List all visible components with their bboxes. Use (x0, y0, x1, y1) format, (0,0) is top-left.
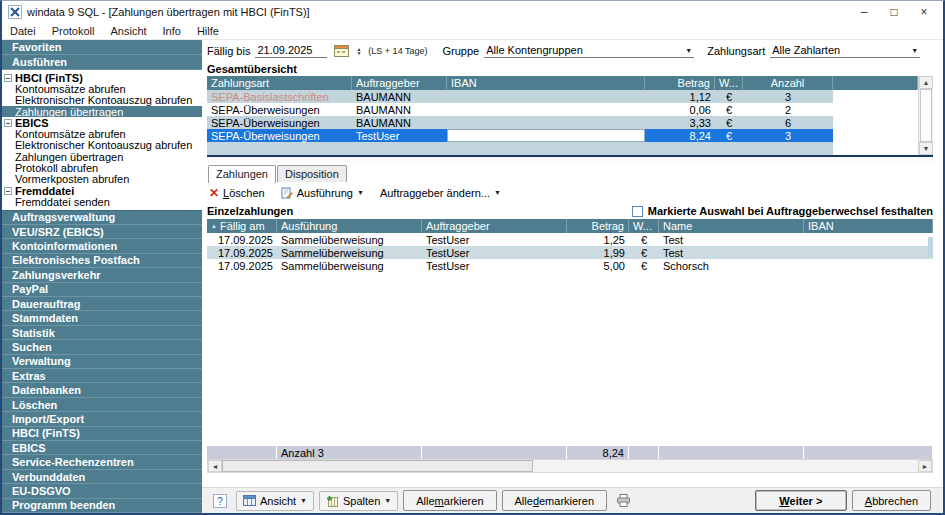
scroll-down-icon[interactable]: ▼ (919, 142, 933, 155)
execution-dropdown-button[interactable]: Ausführung ▼ (281, 187, 364, 199)
sidebar-item-dauerauftrag[interactable]: Dauerauftrag (2, 297, 202, 311)
sidebar-item-datenbanken[interactable]: Datenbanken (2, 383, 202, 397)
table-row[interactable]: SEPA-Basislastschriften BAUMANN 1,12 € 3 (207, 90, 918, 103)
col-betrag[interactable]: Betrag (645, 76, 715, 90)
spalten-dropdown-button[interactable]: Spalten ▼ (319, 491, 398, 511)
window-title: windata 9 SQL - [Zahlungen übertragen mi… (27, 6, 849, 18)
menu-datei[interactable]: Datei (10, 25, 36, 37)
tree-group-hbci-fints[interactable]: HBCI (FinTS) (2, 72, 202, 83)
col-currency[interactable]: W... (629, 219, 659, 233)
col-ausfuehrung[interactable]: Ausführung (277, 219, 422, 233)
menu-info[interactable]: Info (163, 25, 181, 37)
col-faellig-am[interactable]: ▲Fällig am (207, 219, 277, 233)
menu-hilfe[interactable]: Hilfe (197, 25, 219, 37)
date-spinner[interactable]: ▲▼ (356, 47, 361, 55)
collapse-icon[interactable] (4, 187, 12, 195)
sidebar-item-favoriten[interactable]: Favoriten (2, 40, 202, 55)
sidebar-item-elektronisches-postfach[interactable]: Elektronisches Postfach (2, 254, 202, 268)
keep-selection-checkbox[interactable] (632, 206, 643, 217)
minimize-button[interactable]: – (849, 2, 879, 22)
col-auftraggeber[interactable]: Auftraggeber (422, 219, 567, 233)
tree-item-elektronischer-kontoauszug-abrufen-ebics[interactable]: Elektronischer Kontoauszug abrufen (2, 140, 202, 151)
tree-item-kontoumsaetze-abrufen[interactable]: Kontoumsätze abrufen (2, 83, 202, 94)
menu-ansicht[interactable]: Ansicht (110, 25, 146, 37)
collapse-icon[interactable] (4, 119, 12, 127)
scrollbar-thumb[interactable] (920, 89, 932, 142)
sidebar-item-suchen[interactable]: Suchen (2, 340, 202, 354)
sidebar-item-ausfuehren[interactable]: Ausführen (2, 55, 202, 70)
collapse-icon[interactable] (4, 74, 12, 82)
sidebar-item-statistik[interactable]: Statistik (2, 326, 202, 340)
col-auftraggeber[interactable]: Auftraggeber (352, 76, 447, 90)
ansicht-dropdown-button[interactable]: Ansicht ▼ (236, 491, 314, 511)
table-row[interactable]: 17.09.2025 Sammelüberweisung TestUser 1,… (207, 233, 933, 246)
tree-item-zahlungen-uebertragen-selected[interactable]: Zahlungen übertragen (2, 106, 202, 117)
tree-group-ebics[interactable]: EBICS (2, 117, 202, 128)
sidebar-item-loeschen[interactable]: Löschen (2, 398, 202, 412)
scroll-right-icon[interactable]: ► (918, 460, 932, 472)
sidebar-item-stammdaten[interactable]: Stammdaten (2, 311, 202, 325)
select-all-button[interactable]: Alle markieren (403, 490, 496, 511)
maximize-button[interactable]: □ (879, 2, 909, 22)
sidebar-item-veu-srz-ebics[interactable]: VEU/SRZ (EBICS) (2, 225, 202, 239)
col-name[interactable]: Name (659, 219, 804, 233)
tree-item-elektronischer-kontoauszug-abrufen[interactable]: Elektronischer Kontoauszug abrufen (2, 95, 202, 106)
menu-protokoll[interactable]: Protokoll (52, 25, 95, 37)
table-row-highlighted[interactable]: 17.09.2025 Sammelüberweisung TestUser 1,… (207, 246, 933, 259)
cancel-button[interactable]: Abbrechen (852, 490, 931, 511)
col-iban[interactable]: IBAN (804, 219, 933, 233)
sidebar-item-ebics[interactable]: EBICS (2, 441, 202, 455)
overview-scrollbar[interactable]: ▲ ▼ (918, 76, 933, 155)
printer-icon (616, 494, 631, 507)
sidebar-item-extras[interactable]: Extras (2, 369, 202, 383)
tree-item-vormerkposten-abrufen[interactable]: Vormerkposten abrufen (2, 174, 202, 185)
sidebar-item-kontoinformationen[interactable]: Kontoinformationen (2, 239, 202, 253)
col-anzahl[interactable]: Anzahl (743, 76, 833, 90)
sidebar-item-verwaltung[interactable]: Verwaltung (2, 355, 202, 369)
cell-iban-edit[interactable] (447, 129, 645, 142)
col-zahlungsart[interactable]: Zahlungsart (207, 76, 352, 90)
payments-header-row: Einzelzahlungen Markierte Auswahl bei Au… (207, 203, 933, 219)
sidebar-item-programm-beenden[interactable]: Programm beenden (2, 499, 202, 513)
action-toolbar: ✕ Löschen Ausführung ▼ Auftraggeber ände… (207, 182, 933, 203)
col-currency[interactable]: W... (715, 76, 743, 90)
delete-button[interactable]: ✕ Löschen (209, 187, 265, 199)
col-iban[interactable]: IBAN (447, 76, 645, 90)
sidebar-item-auftragsverwaltung[interactable]: Auftragsverwaltung (2, 211, 202, 225)
horizontal-scrollbar[interactable]: ◄ ► (207, 459, 933, 473)
table-row[interactable]: SEPA-Überweisungen BAUMANN 3,33 € 6 (207, 116, 918, 129)
table-row[interactable]: 17.09.2025 Sammelüberweisung TestUser 5,… (207, 259, 933, 272)
tree-group-fremddatei[interactable]: Fremddatei (2, 185, 202, 196)
close-button[interactable]: × (909, 2, 939, 22)
tree-item-protokoll-abrufen[interactable]: Protokoll abrufen (2, 162, 202, 173)
table-row-selected[interactable]: SEPA-Überweisungen TestUser 8,24 € 3 (207, 129, 918, 142)
tree-item-fremddatei-senden[interactable]: Fremddatei senden (2, 196, 202, 207)
next-button[interactable]: Weiter > (755, 490, 847, 511)
deselect-all-button[interactable]: Alle demarkieren (502, 490, 608, 511)
help-button[interactable]: ? (209, 491, 231, 511)
scroll-up-icon[interactable]: ▲ (919, 76, 933, 89)
scroll-left-icon[interactable]: ◄ (208, 460, 222, 472)
sidebar-item-zahlungsverkehr[interactable]: Zahlungsverkehr (2, 268, 202, 282)
tab-zahlungen[interactable]: Zahlungen (208, 165, 276, 183)
tab-disposition[interactable]: Disposition (277, 165, 347, 182)
due-date-input[interactable]: 21.09.2025 (255, 44, 327, 58)
sidebar-item-service-rechenzentren[interactable]: Service-Rechenzentren (2, 455, 202, 469)
sidebar-item-paypal[interactable]: PayPal (2, 283, 202, 297)
sidebar-item-hbci-fints[interactable]: HBCI (FinTS) (2, 427, 202, 441)
group-dropdown[interactable]: Alle Kontengruppen▼ (484, 44, 694, 58)
tree-item-kontoumsaetze-abrufen-ebics[interactable]: Kontoumsätze abrufen (2, 128, 202, 139)
sidebar-item-eu-dsgvo[interactable]: EU-DSGVO (2, 484, 202, 498)
payments-scrollbar-thumb[interactable] (928, 237, 933, 257)
change-principal-dropdown-button[interactable]: Auftraggeber ändern... ▼ (380, 187, 501, 199)
tree-item-zahlungen-uebertragen-ebics[interactable]: Zahlungen übertragen (2, 151, 202, 162)
filter-bar: Fällig bis 21.09.2025 ▲▼ (LS + 14 Tage) … (207, 40, 933, 62)
sidebar-item-import-export[interactable]: Import/Export (2, 412, 202, 426)
col-betrag[interactable]: Betrag (567, 219, 629, 233)
paytype-dropdown[interactable]: Alle Zahlarten▼ (770, 44, 920, 58)
table-row[interactable]: SEPA-Überweisungen BAUMANN 0,06 € 2 (207, 103, 918, 116)
sidebar-item-verbunddaten[interactable]: Verbunddaten (2, 470, 202, 484)
calendar-icon[interactable] (334, 45, 349, 57)
print-button[interactable] (612, 491, 634, 511)
scrollbar-thumb[interactable] (222, 460, 533, 472)
